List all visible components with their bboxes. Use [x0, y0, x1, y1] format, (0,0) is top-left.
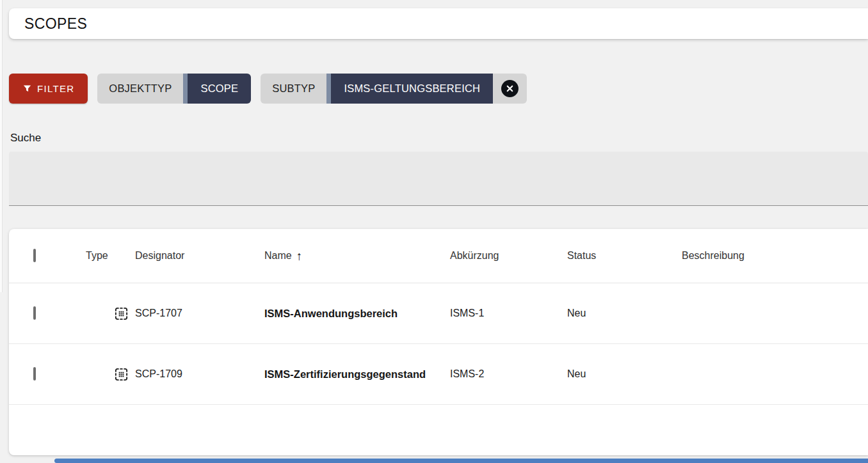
close-icon — [506, 84, 514, 93]
filter-button-label: FILTER — [37, 83, 74, 94]
row-designator: SCP-1707 — [135, 308, 264, 319]
column-header-type[interactable]: Type — [86, 250, 135, 262]
sort-ascending-icon[interactable]: ↑ — [296, 250, 303, 262]
chip-separator — [326, 74, 331, 104]
row-abbreviation: ISMS-1 — [450, 308, 567, 319]
page-title-bar: SCOPES — [9, 8, 868, 39]
column-header-name[interactable]: Name ↑ — [264, 250, 450, 262]
scope-icon — [114, 306, 135, 321]
row-abbreviation: ISMS-2 — [450, 368, 567, 380]
chip-key-label: OBJEKTTYP — [97, 74, 183, 104]
search-input[interactable] — [9, 152, 868, 206]
chip-value-label: ISMS-GELTUNGSBEREICH — [331, 74, 493, 104]
column-header-designator[interactable]: Designator — [135, 250, 264, 262]
column-header-description[interactable]: Beschreibung — [682, 250, 868, 262]
filter-chip-objekttyp: OBJEKTTYP SCOPE — [97, 74, 251, 104]
chip-value-label: SCOPE — [188, 74, 251, 104]
chip-key-label: SUBTYP — [261, 74, 326, 104]
row-checkbox[interactable] — [33, 306, 36, 320]
row-name: ISMS-Zertifizierungsgegenstand — [264, 366, 450, 383]
chip-close-area — [493, 74, 527, 104]
funnel-icon — [22, 84, 32, 93]
select-all-checkbox[interactable] — [33, 249, 36, 262]
search-label: Suche — [10, 132, 41, 145]
scope-icon — [114, 367, 135, 382]
filter-bar: FILTER OBJEKTTYP SCOPE SUBTYP ISMS-GELTU… — [9, 74, 527, 104]
filter-button[interactable]: FILTER — [9, 74, 88, 104]
row-status: Neu — [567, 368, 682, 380]
column-header-abbreviation[interactable]: Abkürzung — [450, 250, 567, 262]
table-header-row: Type Designator Name ↑ Abkürzung Status … — [9, 229, 868, 283]
results-table-card: Type Designator Name ↑ Abkürzung Status … — [9, 229, 868, 455]
page-title: SCOPES — [24, 15, 87, 33]
collapsed-drawer-edge — [0, 0, 3, 292]
table-row[interactable]: SCP-1709 ISMS-Zertifizierungsgegenstand … — [9, 344, 868, 405]
column-header-status[interactable]: Status — [567, 250, 682, 262]
scopes-page: SCOPES FILTER OBJEKTTYP SCOPE SUBTYP ISM… — [0, 0, 868, 463]
row-checkbox[interactable] — [33, 367, 36, 381]
column-header-name-label: Name — [264, 250, 292, 262]
row-status: Neu — [567, 308, 682, 319]
horizontal-scrollbar-thumb[interactable] — [54, 459, 868, 463]
row-designator: SCP-1709 — [135, 368, 264, 380]
remove-filter-button[interactable] — [501, 80, 518, 97]
filter-chip-subtyp: SUBTYP ISMS-GELTUNGSBEREICH — [261, 74, 527, 104]
chip-separator — [183, 74, 188, 104]
table-row[interactable]: SCP-1707 ISMS-Anwendungsbereich ISMS-1 N… — [9, 283, 868, 344]
row-name: ISMS-Anwendungsbereich — [264, 305, 450, 322]
